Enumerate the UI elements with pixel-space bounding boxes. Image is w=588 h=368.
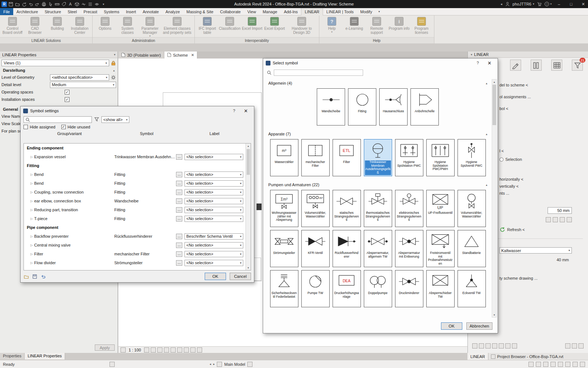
expand-icon[interactable]: ▷	[29, 252, 34, 256]
symbol-tile-statisches-strangregulierventi[interactable]: statisches Strangregulierventi	[333, 190, 361, 227]
symbol-tile-freistromventil-mit-probenahmestutzen[interactable]: Freistromventil mit Probenahmestutzen	[426, 230, 455, 267]
expand-icon[interactable]: ▷	[29, 235, 34, 238]
gear-icon[interactable]	[111, 75, 116, 80]
expand-icon[interactable]: ▷	[29, 191, 34, 194]
scroll-thumb[interactable]	[247, 149, 250, 175]
tool-icon-2[interactable]	[479, 343, 484, 348]
ribbon-button-classification[interactable]: Classification	[219, 17, 240, 31]
symbol-tile-fitting[interactable]: Fitting	[348, 88, 376, 125]
label-dropdown[interactable]: <No selection>▾	[184, 260, 243, 266]
tool-icon-5[interactable]	[499, 343, 504, 348]
select-links-icon[interactable]	[536, 362, 541, 367]
browse-button[interactable]: ...	[176, 243, 182, 248]
expand-icon[interactable]: ▷	[29, 261, 34, 265]
ribbon-button-handover-to-design-3d[interactable]: Handover to Design 3D	[286, 17, 317, 35]
ribbon-button-program-licenses[interactable]: Program licenses	[411, 17, 432, 35]
tool-icon-4[interactable]	[492, 343, 497, 348]
browse-button[interactable]: ...	[176, 251, 182, 257]
tab-collaborate[interactable]: Collaborate	[217, 8, 244, 15]
tab-manage[interactable]: Manage	[259, 8, 281, 15]
symbol-tile-hygiene-sp-lventil-pwc[interactable]: Hygiene Spülventil PWC	[458, 139, 486, 176]
tool-icon-7[interactable]	[512, 343, 517, 348]
symbol-tile-up-freiflussventil[interactable]: UPUP-Freiflussventil	[426, 190, 455, 227]
app-store-icon[interactable]	[537, 1, 542, 7]
browse-button[interactable]: ...	[176, 190, 182, 195]
table-tool-icon[interactable]	[551, 60, 562, 71]
constraints-icon[interactable]	[197, 347, 202, 353]
tab-precast[interactable]: Precast	[80, 8, 100, 15]
cancel-button[interactable]: Abbrechen	[466, 322, 492, 330]
worksets-icon[interactable]	[217, 362, 222, 367]
symbol-tile-hygiene-sp-lstation-pwc[interactable]: Hygiene Spülstation PWC	[395, 139, 423, 176]
print-icon[interactable]	[41, 1, 47, 7]
scroll-down-icon[interactable]: ▾	[492, 312, 496, 317]
apply-button[interactable]: Apply	[95, 344, 115, 351]
expand-icon[interactable]: ▷	[29, 199, 34, 203]
symbol-search-input[interactable]	[274, 70, 363, 76]
symbol-tile-elektronisches-strangregulierventi[interactable]: elektronisches Strangregulierventi	[395, 190, 423, 227]
filter-icon[interactable]	[94, 117, 99, 123]
tab-insert[interactable]: Insert	[123, 8, 140, 15]
crop-view-icon[interactable]	[171, 347, 176, 353]
temporary-hide-icon[interactable]	[184, 347, 189, 353]
save-icon[interactable]	[8, 1, 14, 7]
view-tab-scheme[interactable]: Scheme✕	[164, 52, 198, 59]
tool-icon-9[interactable]	[572, 343, 577, 348]
sun-path-icon[interactable]	[157, 347, 162, 353]
ribbon-button-parameter-manager[interactable]: Parameter Manager▾	[139, 17, 161, 37]
label-dropdown[interactable]: <No selection>▾	[184, 189, 243, 195]
visibility-icon[interactable]	[94, 1, 100, 7]
scheme-drawing-link[interactable]: ty scheme drawing ...	[499, 276, 538, 280]
tab-steel[interactable]: Steel	[64, 8, 80, 15]
help-menu[interactable]: ? ▾	[544, 1, 552, 7]
section-icon[interactable]	[81, 1, 86, 7]
label-dropdown[interactable]: <No selection>▾	[184, 207, 243, 213]
label-dropdown[interactable]: Beschrifter Schema Ventil▾	[184, 233, 243, 240]
label-dropdown[interactable]: <No selection>▾	[184, 154, 243, 160]
label-dropdown[interactable]: <No selection>▾	[184, 216, 243, 222]
arrow-up-icon[interactable]	[546, 217, 551, 222]
shadows-icon[interactable]	[164, 347, 169, 353]
close-icon[interactable]: ✕	[484, 60, 495, 66]
symbol-tile-thermostatisches-strangregulierventi[interactable]: thermostatisches Strangregulierventi	[364, 190, 392, 227]
browse-button[interactable]: ...	[176, 216, 182, 222]
tab-linear[interactable]: LINEAR	[301, 8, 323, 15]
scroll-up-icon[interactable]: ▴	[246, 144, 251, 148]
dropdown-detail-level[interactable]: Medium▾	[50, 82, 116, 88]
symbol-tile-druckminderer[interactable]: Druckminderer	[395, 270, 423, 307]
panel-collapse-icon[interactable]: ▾	[114, 53, 115, 56]
filter-icon[interactable]	[573, 362, 578, 367]
dialog-titlebar[interactable]: Select symbol ? ✕	[263, 59, 498, 67]
crop-region-icon[interactable]	[177, 347, 182, 353]
expand-icon[interactable]: ▷	[29, 244, 34, 247]
account-menu[interactable]: phoJTTR6 ▾	[513, 2, 534, 6]
chevron-left-icon[interactable]: ◂	[209, 362, 211, 366]
tab-analyze[interactable]: Analyze	[162, 8, 183, 15]
help-button[interactable]: ?	[230, 109, 238, 113]
tag-icon[interactable]	[61, 1, 67, 7]
collapse-icon[interactable]: ▴	[486, 82, 487, 85]
revit-logo-icon[interactable]: R	[1, 1, 7, 7]
ribbon-button-help[interactable]: ?Help▾	[321, 17, 343, 33]
show-all-dropdown[interactable]: <show all> ▾	[101, 116, 129, 123]
sync-icon[interactable]	[21, 1, 27, 7]
symbol-tile-mechanischer-filter[interactable]: mechanischer Filter	[301, 139, 330, 176]
editable-only-icon[interactable]	[528, 362, 534, 367]
symbol-tile-druckerh-hungsanlage[interactable]: DEADruckerhöhungsanlage	[333, 270, 361, 307]
expand-icon[interactable]: ▷	[29, 155, 34, 159]
ribbon-button-element-classes-and-property-sets[interactable]: Element classes and property sets	[162, 17, 193, 35]
ribbon-button-control-board-on-off[interactable]: Control Board on/off	[2, 17, 23, 35]
selection-radio[interactable]: Selection	[499, 157, 522, 162]
default-3d-icon[interactable]	[74, 1, 80, 7]
symbol-tile-standbatterie[interactable]: Standbatterie	[458, 230, 486, 267]
tab-linear[interactable]: LINEAR	[467, 353, 488, 360]
customize-icon[interactable]: ▾	[101, 1, 106, 7]
symbol-tile-filter[interactable]: ETLFilter	[333, 139, 361, 176]
label-dropdown[interactable]: <No selection>▾	[184, 251, 243, 257]
symbol-tile-hausanschluss[interactable]: Hausanschluss	[379, 88, 408, 125]
cancel-button[interactable]: Cancel	[230, 273, 251, 280]
tab-file[interactable]: File	[0, 8, 13, 15]
browse-button[interactable]: ...	[176, 181, 182, 186]
edit-tool-icon[interactable]	[510, 60, 521, 71]
close-icon[interactable]: ✕	[240, 108, 251, 114]
